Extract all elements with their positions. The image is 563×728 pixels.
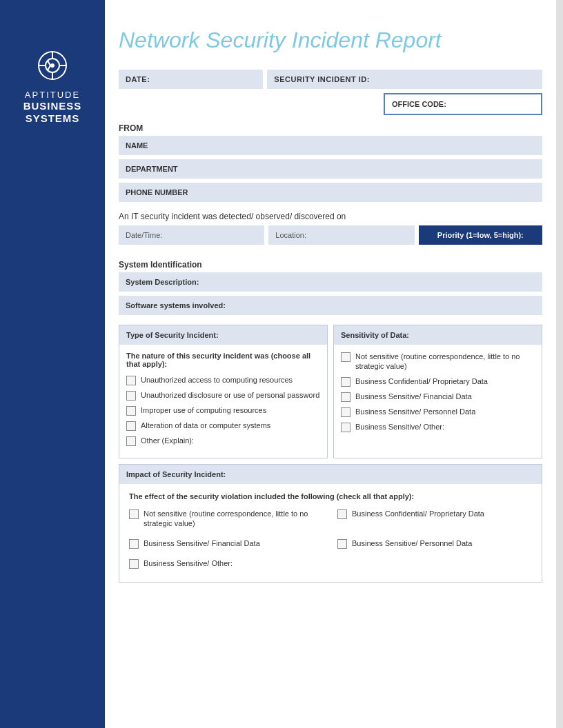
sens-item-0: Not sensitive (routine correspondence, l… [341, 352, 535, 372]
priority-field[interactable]: Priority (1=low, 5=high): [419, 225, 542, 245]
type-checkbox-1[interactable] [126, 391, 136, 401]
sens-label-2: Business Sensitive/ Financial Data [355, 392, 472, 401]
type-label-4: Other (Explain): [141, 436, 194, 445]
system-identification-heading: System Identification [119, 256, 542, 272]
sens-item-3: Business Sensitive/ Personnel Data [341, 407, 535, 417]
type-checkbox-4[interactable] [126, 436, 136, 446]
brand-name-top: APTITUDE [25, 90, 80, 100]
impact-item-1: Business Confidential/ Proprietary Data [337, 509, 532, 529]
type-item-4: Other (Explain): [126, 436, 320, 446]
type-item-1: Unauthorized disclosure or use of person… [126, 390, 320, 401]
impact-checkbox-3[interactable] [337, 539, 347, 549]
page-title: Network Security Incident Report [119, 28, 542, 53]
dlp-row: Date/Time: Location: Priority (1=low, 5=… [119, 225, 542, 245]
sens-item-4: Business Sensitive/ Other: [341, 422, 535, 432]
impact-checkbox-4[interactable] [129, 559, 139, 569]
impact-section: Impact of Security Incident: The effect … [119, 464, 542, 583]
location-field[interactable]: Location: [268, 225, 414, 245]
impact-header: Impact of Security Incident: [119, 465, 542, 484]
main-content: Network Security Incident Report DATE: S… [105, 0, 556, 616]
sens-checkbox-1[interactable] [341, 377, 350, 387]
type-item-2: Improper use of computing resources [126, 405, 320, 416]
sens-checkbox-3[interactable] [341, 407, 350, 417]
from-label: FROM [119, 119, 542, 136]
impact-label-1: Business Confidential/ Proprietary Data [352, 509, 484, 518]
office-code-label: OFFICE CODE: [384, 93, 542, 115]
incident-id-label: SECURITY INCIDENT ID: [267, 70, 542, 89]
impact-grid: Not sensitive (routine correspondence, l… [129, 509, 532, 574]
date-incident-row: DATE: SECURITY INCIDENT ID: [119, 70, 542, 89]
sens-label-1: Business Confidential/ Proprietary Data [355, 376, 488, 386]
impact-item-2: Business Sensitive/ Financial Data [129, 538, 324, 549]
sensitivity-panel-body: Not sensitive (routine correspondence, l… [334, 345, 542, 444]
brand-name-bottom: BUSINESS SYSTEMS [23, 100, 82, 125]
sens-item-2: Business Sensitive/ Financial Data [341, 392, 535, 402]
impact-item-4: Business Sensitive/ Other: [129, 558, 324, 569]
sens-checkbox-2[interactable] [341, 392, 350, 402]
type-checkbox-3[interactable] [126, 421, 136, 431]
system-description-field[interactable]: System Description: [119, 272, 542, 292]
type-item-3: Alteration of data or computer systems [126, 421, 320, 431]
impact-checkbox-0[interactable] [129, 509, 139, 519]
type-panel-subtext: The nature of this security incident was… [126, 352, 320, 368]
type-checkbox-2[interactable] [126, 406, 136, 416]
name-field: NAME [119, 136, 542, 155]
type-label-3: Alteration of data or computer systems [141, 421, 270, 430]
phone-field: PHONE NUMBER [119, 183, 542, 202]
type-label-2: Improper use of computing resources [141, 405, 266, 415]
type-sensitivity-panels: Type of Security Incident: The nature of… [119, 325, 542, 458]
impact-item-3: Business Sensitive/ Personnel Data [337, 538, 532, 549]
sens-checkbox-4[interactable] [341, 423, 350, 432]
impact-checkbox-1[interactable] [337, 509, 347, 519]
type-checkbox-0[interactable] [126, 376, 136, 385]
sens-checkbox-0[interactable] [341, 352, 350, 362]
impact-checkbox-2[interactable] [129, 539, 139, 549]
type-label-0: Unauthorized access to computing resourc… [141, 375, 293, 385]
impact-label-2: Business Sensitive/ Financial Data [144, 538, 260, 548]
sens-label-3: Business Sensitive/ Personnel Data [355, 407, 475, 416]
type-panel: Type of Security Incident: The nature of… [119, 325, 328, 458]
sensitivity-panel-header: Sensitivity of Data: [334, 325, 542, 345]
impact-label-3: Business Sensitive/ Personnel Data [352, 538, 472, 548]
impact-item-0: Not sensitive (routine correspondence, l… [129, 509, 324, 529]
impact-label-4: Business Sensitive/ Other: [144, 558, 233, 568]
detected-text: An IT security incident was detected/ ob… [119, 206, 542, 225]
type-panel-header: Type of Security Incident: [119, 325, 327, 345]
type-label-1: Unauthorized disclosure or use of person… [141, 390, 319, 400]
sens-label-0: Not sensitive (routine correspondence, l… [355, 352, 535, 372]
scrollbar[interactable] [556, 0, 563, 728]
impact-label-0: Not sensitive (routine correspondence, l… [144, 509, 324, 529]
aptitude-icon [35, 48, 70, 83]
impact-subtext: The effect of the security violation inc… [129, 492, 532, 501]
date-time-field[interactable]: Date/Time: [119, 225, 264, 245]
department-field: DEPARTMENT [119, 159, 542, 179]
sidebar: APTITUDE BUSINESS SYSTEMS [0, 0, 105, 728]
office-code-row: OFFICE CODE: [119, 93, 542, 115]
sensitivity-panel: Sensitivity of Data: Not sensitive (rout… [333, 325, 542, 458]
type-panel-body: The nature of this security incident was… [119, 345, 327, 458]
sens-item-1: Business Confidential/ Proprietary Data [341, 376, 535, 387]
software-systems-field[interactable]: Software systems involved: [119, 296, 542, 315]
impact-body: The effect of the security violation inc… [119, 484, 542, 582]
type-item-0: Unauthorized access to computing resourc… [126, 375, 320, 385]
sens-label-4: Business Sensitive/ Other: [355, 422, 444, 432]
date-label: DATE: [119, 70, 263, 89]
